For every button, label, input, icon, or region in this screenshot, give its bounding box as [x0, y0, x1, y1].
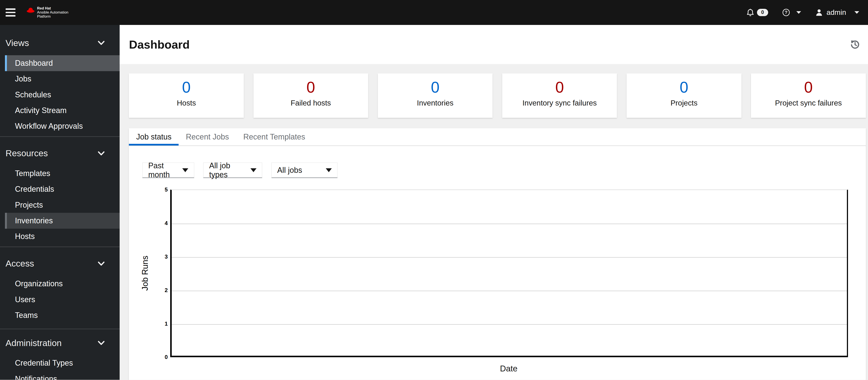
- sidebar-item-label: Jobs: [15, 74, 31, 83]
- sidebar-group-label: Administration: [6, 338, 62, 348]
- dashboard-graph-card: Job status Recent Jobs Recent Templates …: [129, 128, 866, 380]
- caret-down-icon: [796, 11, 801, 14]
- card-failed-hosts: 0 Failed hosts: [253, 73, 368, 118]
- sidebar-item-label: Users: [15, 295, 35, 304]
- history-icon: [850, 40, 860, 49]
- y-tick-label: 3: [140, 253, 168, 260]
- user-name: admin: [827, 8, 846, 16]
- inventory-sync-failures-count-link[interactable]: 0: [502, 78, 617, 97]
- y-tick-label: 0: [140, 354, 168, 360]
- y-tick-label: 1: [140, 320, 168, 327]
- sidebar-item-label: Credential Types: [15, 358, 73, 368]
- main-area: Dashboard 0 Hosts 0 Failed hosts 0 Inven…: [120, 25, 868, 380]
- inventories-count-link[interactable]: 0: [378, 78, 493, 97]
- tab-recent-jobs[interactable]: Recent Jobs: [179, 128, 236, 145]
- notification-count-badge: 0: [757, 9, 768, 16]
- sidebar-item-dashboard[interactable]: Dashboard: [5, 55, 120, 71]
- job-type-select-value: All job types: [209, 161, 250, 179]
- help-menu-button[interactable]: ?: [782, 9, 801, 16]
- caret-down-icon: [326, 168, 332, 172]
- sidebar-item-templates[interactable]: Templates: [5, 166, 120, 181]
- nav-toggle-button[interactable]: [0, 0, 21, 25]
- project-sync-failures-count-link[interactable]: 0: [751, 78, 866, 97]
- chevron-down-icon: [98, 341, 104, 345]
- tab-recent-templates[interactable]: Recent Templates: [236, 128, 312, 145]
- chevron-down-icon: [98, 41, 104, 45]
- job-filter-select[interactable]: All jobs: [271, 163, 338, 178]
- sidebar-divider: [0, 136, 120, 137]
- page-title: Dashboard: [129, 38, 190, 51]
- sidebar-item-notifications[interactable]: Notifications: [5, 371, 120, 380]
- brand-logo: Red Hat Ansible Automation Platform: [27, 6, 68, 19]
- sidebar-item-credentials[interactable]: Credentials: [5, 181, 120, 197]
- y-tick-label: 2: [140, 287, 168, 293]
- card-project-sync-failures: 0 Project sync failures: [751, 73, 866, 118]
- masthead: Red Hat Ansible Automation Platform 0 ?: [0, 0, 868, 25]
- refresh-history-button[interactable]: [850, 40, 860, 49]
- job-type-select[interactable]: All job types: [203, 163, 262, 178]
- job-status-chart: Job Runs 5 4 3 2 1 0 Date: [129, 189, 866, 380]
- brand-line-3: Platform: [37, 14, 68, 19]
- card-label: Projects: [627, 99, 741, 107]
- y-tick-label: 5: [140, 186, 168, 193]
- hosts-count-link[interactable]: 0: [129, 78, 244, 97]
- sidebar-item-activity-stream[interactable]: Activity Stream: [5, 103, 120, 118]
- sidebar-group-administration[interactable]: Administration: [0, 335, 120, 351]
- tab-job-status[interactable]: Job status: [129, 128, 179, 145]
- sidebar-item-projects[interactable]: Projects: [5, 197, 120, 213]
- sidebar-group-access[interactable]: Access: [0, 255, 120, 272]
- sidebar-item-workflow-approvals[interactable]: Workflow Approvals: [5, 118, 120, 134]
- chart-plot-area: [170, 189, 848, 357]
- chart-x-axis-label: Date: [500, 364, 518, 373]
- sidebar-item-label: Organizations: [15, 279, 63, 288]
- card-inventories: 0 Inventories: [378, 73, 493, 118]
- period-select[interactable]: Past month: [142, 163, 194, 178]
- projects-count-link[interactable]: 0: [627, 78, 741, 97]
- user-menu-button[interactable]: admin: [815, 8, 859, 16]
- card-label: Inventory sync failures: [502, 99, 617, 107]
- user-icon: [815, 9, 823, 16]
- sidebar-item-schedules[interactable]: Schedules: [5, 87, 120, 103]
- caret-down-icon: [250, 168, 256, 172]
- card-projects: 0 Projects: [627, 73, 741, 118]
- period-select-value: Past month: [148, 161, 182, 179]
- card-label: Hosts: [129, 99, 244, 107]
- tab-bar: Job status Recent Jobs Recent Templates: [129, 128, 866, 146]
- chevron-down-icon: [98, 151, 104, 156]
- failed-hosts-count-link[interactable]: 0: [253, 78, 368, 97]
- caret-down-icon: [182, 168, 188, 172]
- sidebar-group-label: Views: [6, 38, 29, 48]
- sidebar-item-label: Activity Stream: [15, 106, 66, 115]
- chart-y-axis-label: Job Runs: [140, 255, 150, 290]
- redhat-fedora-icon: [27, 7, 35, 13]
- sidebar-item-inventories[interactable]: Inventories: [5, 213, 120, 229]
- sidebar-group-label: Resources: [6, 148, 48, 159]
- sidebar-item-label: Teams: [15, 311, 38, 320]
- sidebar-group-resources[interactable]: Resources: [0, 145, 120, 162]
- gridline: [172, 290, 847, 291]
- y-tick-label: 4: [140, 220, 168, 227]
- brand-line-2: Ansible Automation: [37, 10, 68, 14]
- sidebar-item-label: Credentials: [15, 185, 54, 194]
- sidebar-group-label: Access: [6, 258, 34, 269]
- sidebar-item-teams[interactable]: Teams: [5, 307, 120, 323]
- sidebar-item-label: Workflow Approvals: [15, 122, 83, 131]
- sidebar-item-jobs[interactable]: Jobs: [5, 71, 120, 87]
- sidebar-item-label: Hosts: [15, 232, 35, 241]
- sidebar-item-organizations[interactable]: Organizations: [5, 276, 120, 292]
- page-header: Dashboard: [120, 25, 868, 64]
- card-label: Inventories: [378, 99, 493, 107]
- sidebar-item-credential-types[interactable]: Credential Types: [5, 355, 120, 371]
- sidebar-item-hosts[interactable]: Hosts: [5, 229, 120, 244]
- chevron-down-icon: [98, 262, 104, 266]
- sidebar-item-label: Dashboard: [15, 59, 53, 68]
- notifications-button[interactable]: 0: [746, 8, 768, 17]
- sidebar-group-views[interactable]: Views: [0, 35, 120, 51]
- summary-cards-row: 0 Hosts 0 Failed hosts 0 Inventories 0 I…: [129, 73, 866, 118]
- gridline: [172, 257, 847, 258]
- sidebar-nav: Views Dashboard Jobs Schedules Activity …: [0, 25, 120, 380]
- sidebar-item-users[interactable]: Users: [5, 292, 120, 307]
- sidebar-item-label: Notifications: [15, 374, 57, 380]
- question-circle-icon: ?: [782, 9, 790, 16]
- card-label: Project sync failures: [751, 99, 866, 107]
